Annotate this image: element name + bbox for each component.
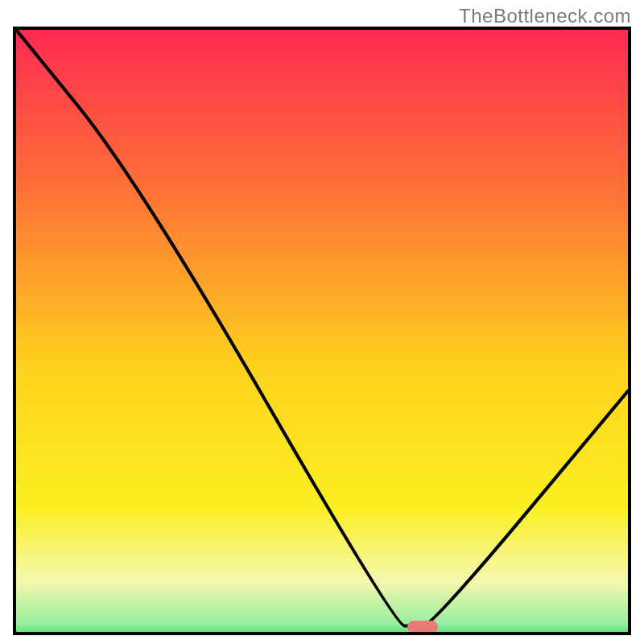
bottleneck-chart: TheBottleneck.com xyxy=(0,0,644,644)
axes-frame xyxy=(13,27,631,635)
attribution-label: TheBottleneck.com xyxy=(459,5,631,27)
